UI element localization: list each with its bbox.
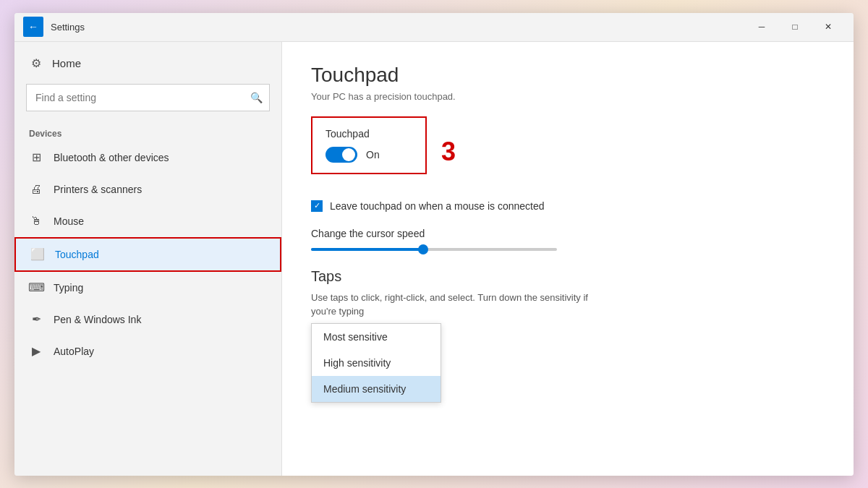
dropdown-option-high-sensitivity[interactable]: High sensitivity	[312, 350, 441, 376]
leave-touchpad-label: Leave touchpad on when a mouse is connec…	[330, 200, 545, 212]
bluetooth-label: Bluetooth & other devices	[54, 152, 169, 163]
sidebar: Home 🔍 Devices ⊞ Bluetooth & other devic…	[14, 42, 282, 476]
bluetooth-icon: ⊞	[29, 150, 43, 165]
sidebar-item-printers[interactable]: 🖨 Printers & scanners	[14, 174, 281, 205]
autoplay-icon: ▶	[29, 344, 43, 359]
sidebar-item-mouse[interactable]: 🖱 Mouse	[14, 205, 281, 237]
sensitivity-dropdown: Most sensitive High sensitivity Medium s…	[311, 323, 441, 403]
maximize-button[interactable]: □	[778, 15, 812, 38]
sidebar-item-autoplay[interactable]: ▶ AutoPlay	[14, 335, 281, 367]
window-title: Settings	[51, 22, 745, 33]
back-button[interactable]: ←	[23, 17, 43, 37]
dropdown-option-most-sensitive[interactable]: Most sensitive	[312, 324, 441, 350]
toggle-state-label: On	[366, 149, 380, 160]
slider-fill	[311, 248, 423, 251]
touchpad-section-label: Touchpad	[326, 128, 412, 140]
leave-touchpad-checkbox[interactable]: ✓	[311, 200, 323, 212]
search-input[interactable]	[26, 84, 270, 111]
typing-label: Typing	[54, 282, 83, 294]
sidebar-item-bluetooth[interactable]: ⊞ Bluetooth & other devices	[14, 142, 281, 174]
touchpad-icon: ⬜	[30, 247, 45, 262]
content-area: Home 🔍 Devices ⊞ Bluetooth & other devic…	[14, 42, 854, 476]
touchpad-label: Touchpad	[55, 249, 99, 260]
keyboard-icon: ⌨	[29, 281, 43, 295]
page-subtitle: Your PC has a precision touchpad.	[311, 91, 825, 102]
devices-section-label: Devices	[14, 123, 281, 142]
printer-icon: 🖨	[29, 182, 43, 197]
toggle-knob	[342, 148, 355, 161]
search-container: 🔍	[26, 84, 270, 111]
sidebar-item-touchpad[interactable]: ⬜ Touchpad 2	[14, 237, 281, 272]
mouse-icon: 🖱	[29, 214, 43, 228]
printers-label: Printers & scanners	[54, 184, 142, 195]
dropdown-option-medium-sensitivity[interactable]: Medium sensitivity	[312, 376, 441, 402]
touchpad-toggle-section: Touchpad On	[311, 116, 427, 174]
slider-track	[311, 248, 557, 251]
gear-icon	[29, 56, 43, 71]
pen-icon: ✒	[29, 312, 43, 327]
taps-description: Use taps to click, right-click, and sele…	[311, 291, 825, 319]
sidebar-item-typing[interactable]: ⌨ Typing	[14, 272, 281, 304]
window-controls: ─ □ ✕	[745, 15, 845, 38]
main-content: Touchpad Your PC has a precision touchpa…	[282, 42, 854, 476]
autoplay-label: AutoPlay	[54, 346, 94, 357]
cursor-speed-label: Change the cursor speed	[311, 228, 825, 239]
close-button[interactable]: ✕	[812, 15, 845, 38]
slider-thumb[interactable]	[418, 244, 428, 254]
leave-touchpad-row: ✓ Leave touchpad on when a mouse is conn…	[311, 200, 825, 212]
home-label: Home	[52, 57, 81, 69]
annotation-3: 3	[441, 137, 456, 167]
search-icon: 🔍	[250, 92, 263, 103]
page-title: Touchpad	[311, 64, 825, 87]
settings-window: ← Settings ─ □ ✕ Home 🔍 Devices	[14, 13, 854, 476]
sidebar-item-pen[interactable]: ✒ Pen & Windows Ink	[14, 304, 281, 335]
toggle-row: On	[326, 147, 412, 163]
taps-title: Taps	[311, 268, 825, 285]
sidebar-item-home[interactable]: Home	[14, 49, 281, 78]
touchpad-toggle[interactable]	[326, 147, 357, 163]
titlebar: ← Settings ─ □ ✕	[14, 13, 854, 42]
mouse-label: Mouse	[54, 215, 84, 227]
pen-label: Pen & Windows Ink	[54, 314, 141, 325]
minimize-button[interactable]: ─	[745, 15, 778, 38]
cursor-speed-slider-container	[311, 248, 825, 251]
